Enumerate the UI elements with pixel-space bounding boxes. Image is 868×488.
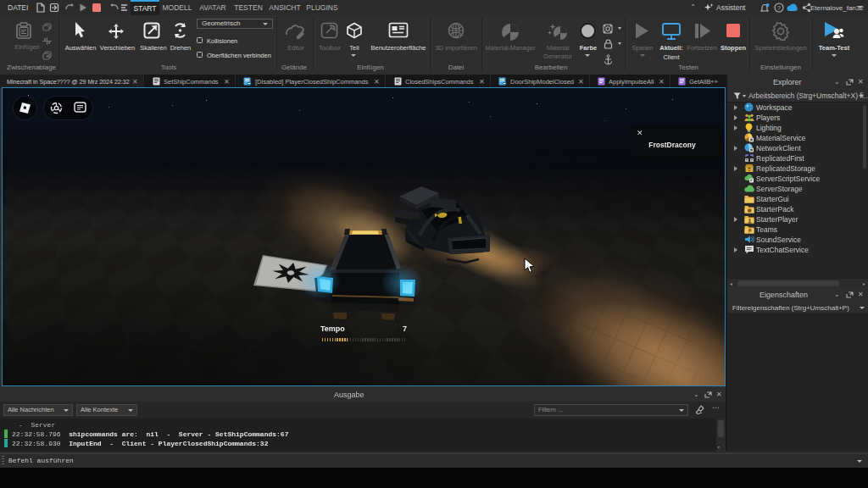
svg-text:?: ? — [777, 5, 781, 11]
